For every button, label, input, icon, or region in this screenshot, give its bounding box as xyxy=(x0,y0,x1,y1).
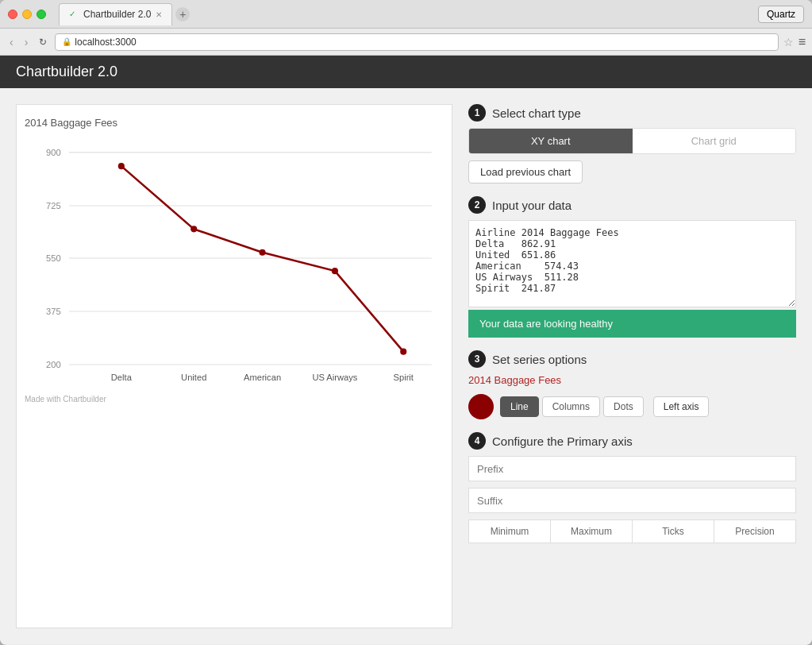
data-point-spirit xyxy=(400,349,406,355)
svg-text:550: 550 xyxy=(46,253,61,263)
quartz-button[interactable]: Quartz xyxy=(758,6,804,23)
chart-style-buttons: Line Columns Dots xyxy=(500,396,644,417)
left-axis-button[interactable]: Left axis xyxy=(653,396,710,417)
maximize-button[interactable] xyxy=(37,10,46,19)
data-input-textarea[interactable] xyxy=(468,220,796,307)
precision-label: Precision xyxy=(714,520,795,543)
browser-toolbar: ‹ › ↻ 🔒 localhost:3000 ☆ ≡ xyxy=(0,29,812,56)
browser-tab[interactable]: ✓ Chartbuilder 2.0 ✕ xyxy=(59,3,172,25)
new-tab-button[interactable]: + xyxy=(175,7,190,21)
section2-header: 2 Input your data xyxy=(468,196,796,214)
browser-titlebar: ✓ Chartbuilder 2.0 ✕ + Quartz xyxy=(0,0,812,29)
refresh-button[interactable]: ↻ xyxy=(36,35,50,49)
data-point-usairways xyxy=(332,268,338,274)
chart-footer: Made with Chartbuilder xyxy=(25,395,444,404)
svg-text:American: American xyxy=(244,373,281,382)
section1-header: 1 Select chart type xyxy=(468,104,796,122)
lock-icon: 🔒 xyxy=(62,37,71,46)
step3-badge: 3 xyxy=(468,350,486,368)
section-chart-type: 1 Select chart type XY chart Chart grid … xyxy=(468,104,796,183)
tab-close-icon[interactable]: ✕ xyxy=(156,10,162,19)
data-point-united xyxy=(190,226,197,232)
section-input-data: 2 Input your data Your data are looking … xyxy=(468,196,796,338)
svg-text:200: 200 xyxy=(46,360,61,369)
chart-area: 200 375 550 725 900 xyxy=(25,137,444,391)
suffix-input[interactable] xyxy=(468,488,796,513)
close-button[interactable] xyxy=(8,10,17,19)
load-previous-chart-button[interactable]: Load previous chart xyxy=(468,160,583,183)
back-button[interactable]: ‹ xyxy=(6,34,17,50)
svg-text:US Airways: US Airways xyxy=(312,373,357,382)
section-series-options: 3 Set series options 2014 Baggage Fees L… xyxy=(468,350,796,419)
step2-badge: 2 xyxy=(468,196,486,214)
section4-header: 4 Configure the Primary axis xyxy=(468,432,796,450)
svg-text:United: United xyxy=(181,373,206,382)
columns-button[interactable]: Columns xyxy=(542,396,600,417)
svg-text:725: 725 xyxy=(46,201,61,210)
data-point-american xyxy=(259,249,265,256)
series-name-label: 2014 Baggage Fees xyxy=(468,374,796,386)
svg-text:Delta: Delta xyxy=(111,373,133,382)
menu-icon[interactable]: ≡ xyxy=(799,35,806,49)
section3-title: Set series options xyxy=(492,353,587,366)
section1-title: Select chart type xyxy=(492,106,581,120)
axis-settings-row: Minimum Maximum Ticks Precision xyxy=(468,519,796,543)
tab-label: Chartbuilder 2.0 xyxy=(83,9,151,20)
chart-svg: 200 375 550 725 900 xyxy=(25,137,444,391)
dots-button[interactable]: Dots xyxy=(603,396,644,417)
section-primary-axis: 4 Configure the Primary axis Minimum Max… xyxy=(468,432,796,543)
section4-title: Configure the Primary axis xyxy=(492,435,633,448)
data-status-bar: Your data are looking healthy xyxy=(468,310,796,338)
section3-header: 3 Set series options xyxy=(468,350,796,368)
address-text: localhost:3000 xyxy=(75,37,136,48)
chart-line xyxy=(121,166,403,352)
tab-favicon: ✓ xyxy=(69,10,79,19)
svg-text:Spirit: Spirit xyxy=(394,373,414,382)
traffic-lights xyxy=(8,10,46,19)
minimize-button[interactable] xyxy=(22,10,32,19)
step1-badge: 1 xyxy=(468,104,486,122)
chart-panel: 2014 Baggage Fees 200 375 xyxy=(16,104,452,628)
series-color-swatch[interactable] xyxy=(468,394,494,419)
chart-type-selector: XY chart Chart grid xyxy=(468,128,796,154)
bookmark-icon[interactable]: ☆ xyxy=(783,36,794,48)
address-bar[interactable]: 🔒 localhost:3000 xyxy=(55,33,778,51)
series-controls: Line Columns Dots Left axis xyxy=(468,394,796,419)
maximum-label: Maximum xyxy=(551,520,633,543)
chart-title: 2014 Baggage Fees xyxy=(25,117,444,129)
line-button[interactable]: Line xyxy=(500,396,539,417)
chart-grid-button[interactable]: Chart grid xyxy=(633,129,796,153)
svg-text:375: 375 xyxy=(46,307,61,316)
step4-badge: 4 xyxy=(468,432,486,450)
forward-button[interactable]: › xyxy=(21,34,32,50)
tab-bar: ✓ Chartbuilder 2.0 ✕ + xyxy=(59,3,752,25)
right-panel: 1 Select chart type XY chart Chart grid … xyxy=(468,104,796,628)
app-header: Chartbuilder 2.0 xyxy=(0,56,812,88)
app-title: Chartbuilder 2.0 xyxy=(16,64,117,79)
browser-window: ✓ Chartbuilder 2.0 ✕ + Quartz ‹ › ↻ 🔒 lo… xyxy=(0,0,812,645)
xy-chart-button[interactable]: XY chart xyxy=(469,129,633,153)
app-content: 2014 Baggage Fees 200 375 xyxy=(0,88,812,644)
svg-text:900: 900 xyxy=(46,148,61,157)
data-point-delta xyxy=(118,163,125,169)
ticks-label: Ticks xyxy=(633,520,714,543)
section2-title: Input your data xyxy=(492,199,571,212)
prefix-input[interactable] xyxy=(468,456,796,481)
minimum-label: Minimum xyxy=(469,520,551,543)
